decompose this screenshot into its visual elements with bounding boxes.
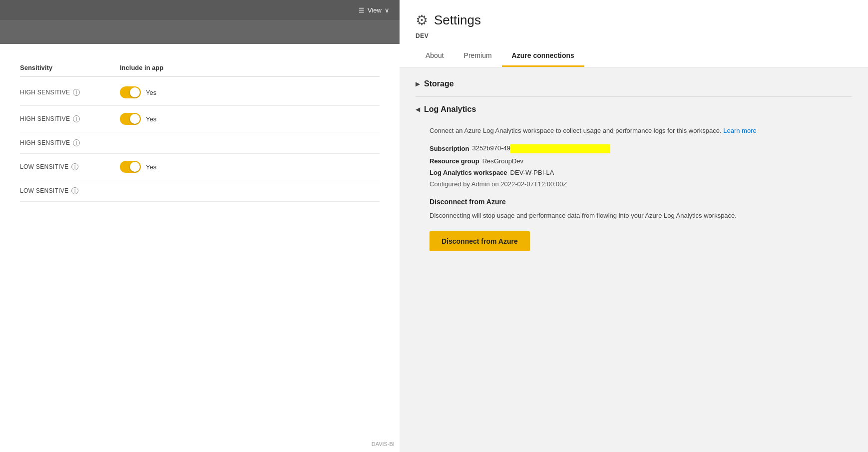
left-content: Sensitivity Include in app HIGH SENSITIV… xyxy=(0,44,400,452)
workspace-label: Log Analytics workspace xyxy=(430,169,507,176)
toggle-thumb xyxy=(130,87,140,97)
redacted-subscription xyxy=(510,144,610,153)
hamburger-icon: ☰ xyxy=(359,6,365,14)
log-analytics-section-title: Log Analytics xyxy=(424,105,476,114)
settings-panel: ⚙ Settings DEV About Premium Azure conne… xyxy=(400,0,868,452)
tab-about[interactable]: About xyxy=(416,45,454,67)
sensitivity-value: LOW SENSITIVE xyxy=(20,163,68,170)
log-analytics-content: Connect an Azure Log Analytics workspace… xyxy=(416,122,852,259)
sensitivity-cell: LOW SENSITIVE i xyxy=(20,187,120,194)
resource-group-row: Resource group ResGroupDev xyxy=(430,157,852,165)
sensitivity-cell: HIGH SENSITIVE i xyxy=(20,115,120,122)
view-button-label: View xyxy=(368,6,382,14)
sensitivity-value: HIGH SENSITIVE xyxy=(20,139,70,146)
info-icon[interactable]: i xyxy=(73,115,80,122)
disconnect-description: Disconnecting will stop usage and perfor… xyxy=(430,211,852,221)
workspace-row: Log Analytics workspace DEV-W-PBI-LA xyxy=(430,169,852,176)
yes-label: Yes xyxy=(146,163,156,171)
info-icon[interactable]: i xyxy=(71,187,78,194)
dark-bar xyxy=(0,20,400,44)
include-cell: Yes xyxy=(120,161,220,173)
toggle-on[interactable] xyxy=(120,161,141,173)
chevron-down-icon: ◀ xyxy=(416,106,420,113)
storage-section-title: Storage xyxy=(424,79,454,88)
left-panel: ☰ View ∨ Sensitivity Include in app HIGH… xyxy=(0,0,400,452)
disconnect-button[interactable]: Disconnect from Azure xyxy=(430,231,530,251)
top-bar: ☰ View ∨ xyxy=(0,0,400,20)
toggle-on[interactable] xyxy=(120,113,141,125)
yes-label: Yes xyxy=(146,115,156,123)
sensitivity-value: LOW SENSITIVE xyxy=(20,187,68,194)
include-cell: Yes xyxy=(120,113,220,125)
sensitivity-cell: HIGH SENSITIVE i xyxy=(20,139,120,146)
toggle-thumb xyxy=(130,162,140,172)
settings-subtitle: DEV xyxy=(416,32,852,39)
chevron-down-icon: ∨ xyxy=(385,6,390,14)
table-row: HIGH SENSITIVE i Yes xyxy=(20,79,380,106)
yes-label: Yes xyxy=(146,89,156,96)
tab-premium[interactable]: Premium xyxy=(454,45,502,67)
watermark: DAVIS-BI xyxy=(372,441,395,447)
configured-by: Configured by Admin on 2022-02-07T12:00:… xyxy=(430,180,852,188)
table-row: LOW SENSITIVE i xyxy=(20,180,380,202)
settings-title: Settings xyxy=(434,12,481,28)
workspace-value: DEV-W-PBI-LA xyxy=(510,169,554,176)
tab-azure-connections[interactable]: Azure connections xyxy=(502,45,584,67)
section-divider xyxy=(416,96,852,97)
gear-icon: ⚙ xyxy=(416,12,428,28)
info-icon[interactable]: i xyxy=(73,139,80,146)
include-cell: Yes xyxy=(120,86,220,98)
subscription-label: Subscription xyxy=(430,145,469,152)
subscription-value: 3252b970-49 xyxy=(472,144,610,153)
learn-more-link[interactable]: Learn more xyxy=(723,127,756,134)
storage-section-header[interactable]: ▶ Storage xyxy=(416,79,852,88)
info-icon[interactable]: i xyxy=(71,163,78,170)
table-row: HIGH SENSITIVE i Yes xyxy=(20,106,380,132)
subscription-row: Subscription 3252b970-49 xyxy=(430,144,852,153)
settings-header: ⚙ Settings DEV About Premium Azure conne… xyxy=(400,0,868,67)
sensitivity-value: HIGH SENSITIVE xyxy=(20,115,70,122)
sensitivity-value: HIGH SENSITIVE xyxy=(20,89,70,96)
sensitivity-cell: HIGH SENSITIVE i xyxy=(20,89,120,96)
table-row: LOW SENSITIVE i Yes xyxy=(20,154,380,180)
log-analytics-section-header[interactable]: ◀ Log Analytics xyxy=(416,105,852,114)
view-button[interactable]: ☰ View ∨ xyxy=(359,6,390,14)
table-row: HIGH SENSITIVE i xyxy=(20,132,380,154)
settings-title-row: ⚙ Settings xyxy=(416,12,852,28)
toggle-on[interactable] xyxy=(120,86,141,98)
disconnect-heading: Disconnect from Azure xyxy=(430,198,852,206)
sensitivity-cell: LOW SENSITIVE i xyxy=(20,163,120,170)
log-analytics-description: Connect an Azure Log Analytics workspace… xyxy=(430,126,852,136)
settings-body: ▶ Storage ◀ Log Analytics Connect an Azu… xyxy=(400,67,868,271)
resource-group-label: Resource group xyxy=(430,157,479,165)
settings-tabs: About Premium Azure connections xyxy=(416,45,852,67)
col1-header: Sensitivity xyxy=(20,64,120,71)
resource-group-value: ResGroupDev xyxy=(482,157,523,165)
toggle-thumb xyxy=(130,114,140,124)
chevron-right-icon: ▶ xyxy=(416,80,420,87)
col2-header: Include in app xyxy=(120,64,220,71)
table-header: Sensitivity Include in app xyxy=(20,59,380,77)
info-icon[interactable]: i xyxy=(73,89,80,96)
